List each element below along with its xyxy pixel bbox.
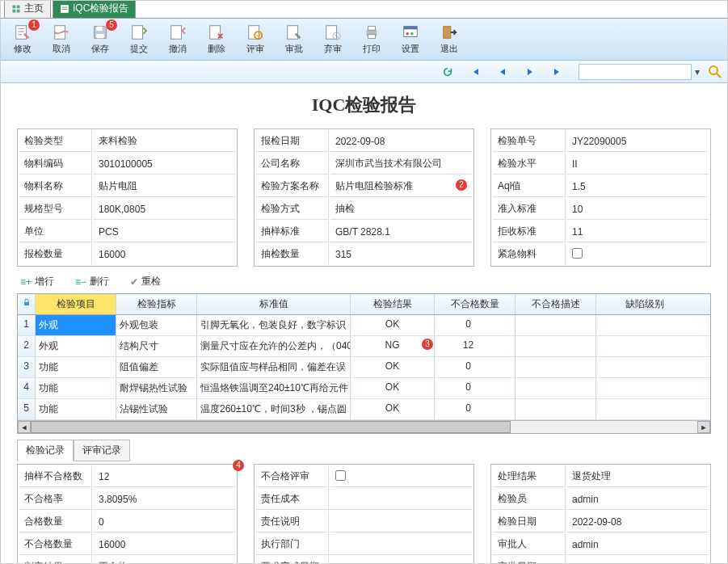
cell-defect[interactable] xyxy=(596,399,693,419)
col-defect[interactable]: 缺陷级别 xyxy=(596,294,693,314)
svg-rect-7 xyxy=(16,26,27,40)
unit-label: 单位 xyxy=(19,221,92,242)
row-num: 2 xyxy=(18,336,36,356)
subtab-inspection[interactable]: 检验记录 xyxy=(17,440,74,461)
cell-nc-qty[interactable]: 0 xyxy=(435,357,515,377)
prev-record-button[interactable] xyxy=(496,65,509,78)
col-nc-desc[interactable]: 不合格描述 xyxy=(515,294,596,314)
cell-result[interactable]: OK xyxy=(351,357,435,377)
cell-nc-qty[interactable]: 0 xyxy=(435,315,515,335)
cell-result[interactable]: OK xyxy=(351,399,435,419)
table-row[interactable]: 3功能阻值偏差实际阻值应与样品相同，偏差在误OK0 xyxy=(18,357,710,378)
subtab-review[interactable]: 评审记录 xyxy=(74,440,130,461)
cell-defect[interactable] xyxy=(596,378,693,398)
cell-item[interactable]: 外观 xyxy=(36,315,116,335)
nc-review-checkbox[interactable] xyxy=(335,470,346,481)
cell-metric[interactable]: 阻值偏差 xyxy=(116,357,197,377)
cell-defect[interactable] xyxy=(596,336,693,356)
save-button[interactable]: 保存 5 xyxy=(82,21,119,58)
review-button[interactable]: 评审 xyxy=(237,21,274,58)
col-std[interactable]: 标准值 xyxy=(197,294,351,314)
first-record-button[interactable] xyxy=(469,65,482,78)
exit-button[interactable]: 退出 xyxy=(431,21,468,58)
result-label: 处理结果 xyxy=(493,466,566,487)
search-dropdown[interactable]: ▾ xyxy=(695,66,705,78)
tab-home[interactable]: 主页 xyxy=(4,0,51,18)
cost-value xyxy=(330,489,472,510)
search-icon[interactable] xyxy=(708,65,722,79)
delete-button[interactable]: 删除 xyxy=(198,21,235,58)
cancel-button[interactable]: 取消 xyxy=(43,21,80,58)
exit-icon xyxy=(440,23,458,41)
urgent-checkbox[interactable] xyxy=(572,248,583,259)
cell-nc-qty[interactable]: 0 xyxy=(435,399,515,419)
print-button[interactable]: 打印 xyxy=(353,21,390,58)
settings-label: 设置 xyxy=(402,43,419,55)
col-nc-qty[interactable]: 不合格数量 xyxy=(435,294,515,314)
inspection-grid: 检验项目 检验指标 标准值 检验结果 不合格数量 不合格描述 缺陷级别 1外观外… xyxy=(17,293,711,434)
scroll-right[interactable]: ► xyxy=(697,421,710,433)
tab-iqc-report[interactable]: IQC检验报告 xyxy=(53,0,136,18)
cell-nc-desc[interactable] xyxy=(515,336,596,356)
table-row[interactable]: 5功能沾锡性试验温度260±10℃，时间3秒 ，锡点圆OK0 xyxy=(18,399,710,420)
verdict-label: 判定结果 xyxy=(19,557,92,564)
next-record-button[interactable] xyxy=(524,65,537,78)
svg-rect-0 xyxy=(13,5,16,8)
cell-std[interactable]: 温度260±10℃，时间3秒 ，锡点圆 xyxy=(197,399,351,419)
cell-std[interactable]: 引脚无氧化，包装良好，数字标识 xyxy=(197,315,351,335)
last-record-button[interactable] xyxy=(551,65,564,78)
cell-result[interactable]: OK xyxy=(351,378,435,398)
cell-result[interactable]: OK xyxy=(351,315,435,335)
col-item[interactable]: 检验项目 xyxy=(36,294,116,314)
refresh-button[interactable] xyxy=(441,65,454,78)
scroll-left[interactable]: ◄ xyxy=(18,421,31,433)
table-row[interactable]: 2外观结构尺寸测量尺寸应在允许的公差内，（040NG123 xyxy=(18,336,710,357)
cell-item[interactable]: 功能 xyxy=(36,378,116,398)
cell-std[interactable]: 测量尺寸应在允许的公差内，（040 xyxy=(197,336,351,356)
scroll-thumb[interactable] xyxy=(31,421,511,433)
cell-item[interactable]: 功能 xyxy=(36,399,116,419)
cell-nc-desc[interactable] xyxy=(515,399,596,419)
cell-nc-desc[interactable] xyxy=(515,378,596,398)
cancel-icon xyxy=(53,23,70,41)
cell-metric[interactable]: 沾锡性试验 xyxy=(116,399,197,419)
add-row-button[interactable]: ≡+增行 xyxy=(20,275,54,288)
cell-nc-qty[interactable]: 0 xyxy=(435,378,515,398)
del-row-button[interactable]: ≡−删行 xyxy=(75,275,109,288)
revoke-button[interactable]: 撤消 xyxy=(159,21,196,58)
cell-nc-desc[interactable] xyxy=(515,357,596,377)
tab-home-label: 主页 xyxy=(24,2,44,15)
modify-button[interactable]: 修改 1 xyxy=(4,21,41,58)
search-input[interactable] xyxy=(579,64,692,80)
panel1-badge: 4 xyxy=(233,460,244,471)
grid-body: 1外观外观包装引脚无氧化，包装良好，数字标识OK02外观结构尺寸测量尺寸应在允许… xyxy=(18,315,710,420)
table-row[interactable]: 1外观外观包装引脚无氧化，包装良好，数字标识OK0 xyxy=(18,315,710,336)
cell-item[interactable]: 外观 xyxy=(36,336,116,356)
col-lock[interactable] xyxy=(18,294,36,314)
cell-metric[interactable]: 外观包装 xyxy=(116,315,197,335)
approve-label: 审批 xyxy=(285,43,303,55)
cell-metric[interactable]: 耐焊锡热性试验 xyxy=(116,378,197,398)
col-result[interactable]: 检验结果 xyxy=(351,294,435,314)
recheck-button[interactable]: ✔重检 xyxy=(130,275,161,288)
row-num: 3 xyxy=(18,357,36,377)
table-row[interactable]: 4功能耐焊锡热性试验恒温烙铁温调至240±10℃再给元件OK0 xyxy=(18,378,710,399)
submit-button[interactable]: 提交 xyxy=(120,21,158,58)
cell-item[interactable]: 功能 xyxy=(36,357,116,377)
home-icon xyxy=(11,4,21,14)
cell-nc-qty[interactable]: 12 xyxy=(435,336,515,356)
cell-defect[interactable] xyxy=(596,357,693,377)
cell-metric[interactable]: 结构尺寸 xyxy=(116,336,197,356)
fail-qty-value: 16000 xyxy=(94,534,235,555)
cell-std[interactable]: 恒温烙铁温调至240±10℃再给元件 xyxy=(197,378,351,398)
settings-button[interactable]: 设置 xyxy=(392,21,429,58)
discard-button[interactable]: 弃审 xyxy=(314,21,351,58)
col-metric[interactable]: 检验指标 xyxy=(116,294,197,314)
urgent-value xyxy=(567,244,709,264)
grid-hscroll[interactable]: ◄ ► xyxy=(18,420,710,433)
approve-button[interactable]: 审批 xyxy=(276,21,313,58)
cell-nc-desc[interactable] xyxy=(515,315,596,335)
cell-std[interactable]: 实际阻值应与样品相同，偏差在误 xyxy=(197,357,351,377)
row-num: 4 xyxy=(18,378,36,398)
cell-defect[interactable] xyxy=(596,315,693,335)
